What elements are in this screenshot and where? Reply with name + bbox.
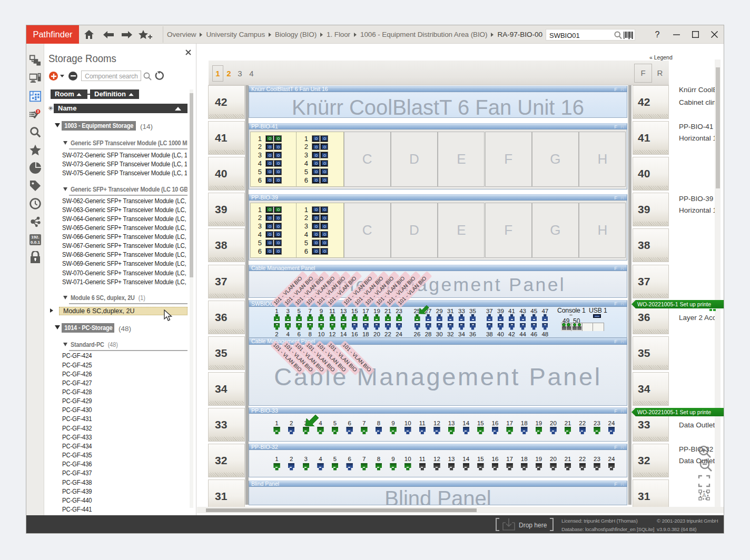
svg-text:A: A [702,492,706,498]
svg-text:3: 3 [37,109,39,113]
